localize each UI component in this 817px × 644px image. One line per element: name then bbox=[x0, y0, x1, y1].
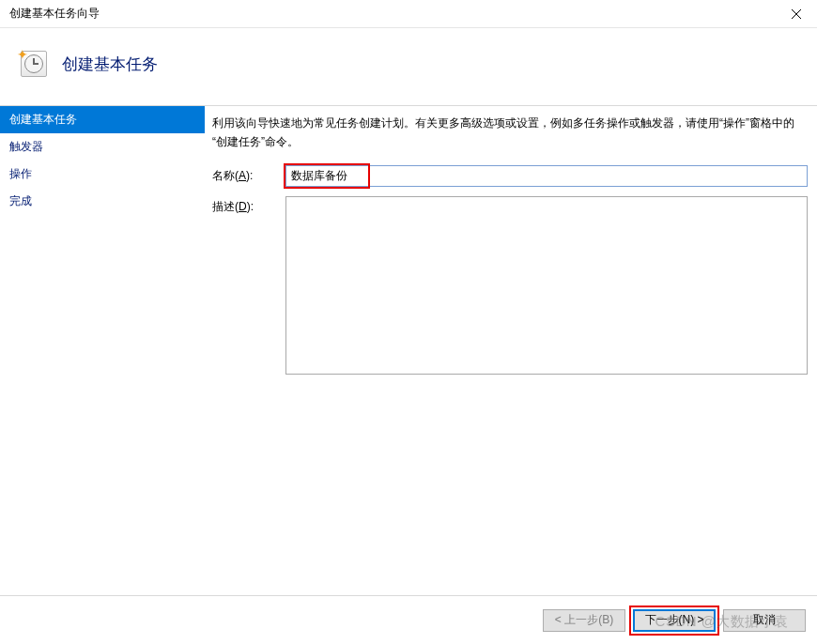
sidebar-item-create-basic-task[interactable]: 创建基本任务 bbox=[0, 106, 205, 133]
sidebar-item-label: 触发器 bbox=[9, 140, 43, 153]
close-icon bbox=[792, 9, 801, 19]
description-textarea[interactable] bbox=[285, 196, 808, 375]
name-label: 名称(A): bbox=[212, 165, 285, 184]
wizard-body: 创建基本任务 触发器 操作 完成 利用该向导快速地为常见任务创建计划。有关更多高… bbox=[0, 106, 817, 566]
wizard-content: 利用该向导快速地为常见任务创建计划。有关更多高级选项或设置，例如多任务操作或触发… bbox=[205, 106, 817, 566]
close-button[interactable] bbox=[775, 0, 817, 28]
next-button[interactable]: 下一步(N) > bbox=[633, 609, 716, 632]
cancel-button[interactable]: 取消 bbox=[723, 609, 806, 632]
task-clock-icon: ✦ bbox=[19, 49, 49, 79]
name-row: 名称(A): bbox=[212, 165, 808, 187]
sidebar-item-finish[interactable]: 完成 bbox=[0, 188, 205, 215]
sidebar-item-trigger[interactable]: 触发器 bbox=[0, 133, 205, 161]
sidebar-item-action[interactable]: 操作 bbox=[0, 161, 205, 188]
sidebar-item-label: 完成 bbox=[9, 194, 32, 207]
intro-text: 利用该向导快速地为常见任务创建计划。有关更多高级选项或设置，例如多任务操作或触发… bbox=[212, 114, 808, 152]
back-button: < 上一步(B) bbox=[543, 609, 625, 632]
wizard-header: ✦ 创建基本任务 bbox=[0, 28, 817, 106]
name-input[interactable] bbox=[285, 165, 808, 187]
wizard-steps-sidebar: 创建基本任务 触发器 操作 完成 bbox=[0, 106, 205, 566]
wizard-footer: < 上一步(B) 下一步(N) > 取消 bbox=[0, 595, 817, 644]
description-row: 描述(D): bbox=[212, 196, 808, 375]
sidebar-item-label: 操作 bbox=[9, 167, 32, 180]
description-label: 描述(D): bbox=[212, 196, 285, 215]
titlebar: 创建基本任务向导 bbox=[0, 0, 817, 28]
window-title: 创建基本任务向导 bbox=[9, 6, 100, 22]
page-title: 创建基本任务 bbox=[62, 54, 158, 75]
sidebar-item-label: 创建基本任务 bbox=[9, 113, 77, 126]
